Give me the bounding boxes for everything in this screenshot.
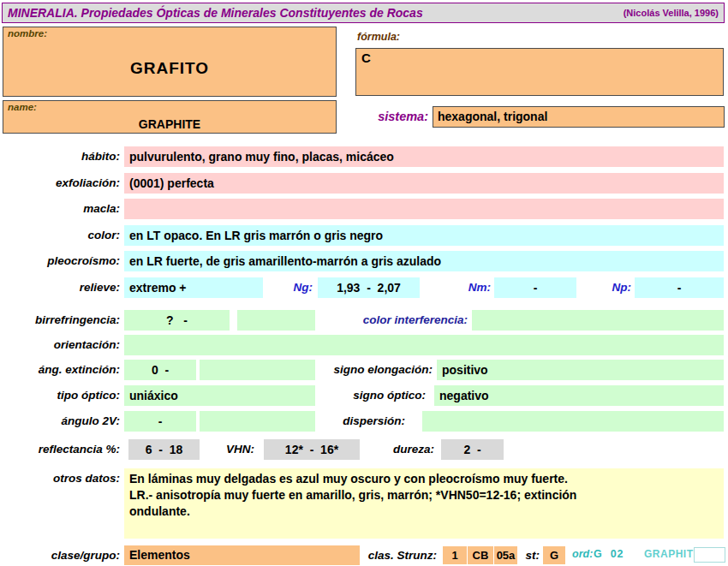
nombre-label: nombre: bbox=[8, 28, 47, 39]
macla-label: macla: bbox=[0, 199, 120, 219]
name-box: name: GRAPHITE bbox=[3, 100, 337, 134]
formula-field[interactable]: C bbox=[356, 49, 723, 67]
ng-field[interactable]: 1,93 - 2,07 bbox=[318, 277, 420, 298]
birrefringencia-label: birrefringencia: bbox=[0, 310, 120, 331]
tipo-optico-field[interactable]: uniáxico bbox=[124, 385, 315, 406]
color-field[interactable]: en LT opaco. En LR gris marrón o gris ne… bbox=[124, 225, 724, 246]
nombre-box: nombre: GRAFITO bbox=[3, 27, 337, 97]
name-label: name: bbox=[8, 102, 37, 112]
relieve-label: relieve: bbox=[0, 277, 120, 298]
tipo-optico-label: tipo óptico: bbox=[0, 385, 120, 406]
habito-field[interactable]: pulvurulento, grano muy fino, placas, mi… bbox=[124, 146, 724, 167]
ord-label: ord: bbox=[572, 548, 593, 560]
ng-label: Ng: bbox=[244, 277, 313, 298]
clas-strunz-label: clas. Strunz: bbox=[325, 545, 437, 565]
ang-extincion-field-1[interactable]: 0 - bbox=[124, 360, 196, 380]
birrefringencia-field-1[interactable]: ? - bbox=[124, 310, 230, 331]
sistema-field[interactable]: hexagonal, trigonal bbox=[433, 107, 724, 127]
angulo-2v-label: ángulo 2V: bbox=[0, 411, 120, 432]
habito-label: hábito: bbox=[0, 146, 120, 167]
np-label: Np: bbox=[561, 277, 631, 298]
dispersion-field[interactable] bbox=[422, 411, 724, 432]
reflectancia-field[interactable]: 6 - 18 bbox=[128, 439, 200, 460]
clase-grupo-label: clase/grupo: bbox=[0, 545, 120, 565]
signo-elongacion-field[interactable]: positivo bbox=[437, 360, 724, 380]
sistema-box[interactable]: hexagonal, trigonal bbox=[433, 106, 725, 128]
mineral-name-en-field[interactable]: GRAPHITE bbox=[3, 101, 336, 140]
reflectancia-label: reflectancia %: bbox=[0, 439, 120, 460]
color-interferencia-field[interactable] bbox=[472, 310, 724, 331]
mineral-ref-link[interactable]: GRAPHITE bbox=[644, 548, 701, 560]
nm-label: Nm: bbox=[420, 277, 491, 298]
macla-field[interactable] bbox=[124, 199, 724, 219]
title-bar: MINERALIA. Propiedades Ópticas de Minera… bbox=[2, 3, 725, 23]
np-field[interactable]: - bbox=[635, 277, 724, 298]
formula-box[interactable]: C bbox=[355, 48, 724, 96]
pleocroismo-label: pleocroísmo: bbox=[0, 251, 120, 271]
pleocroismo-field[interactable]: en LR fuerte, de gris amarillento-marrón… bbox=[124, 251, 724, 271]
sistema-label: sistema: bbox=[308, 110, 428, 123]
signo-optico-field[interactable]: negativo bbox=[434, 385, 724, 406]
birrefringencia-field-2[interactable] bbox=[237, 310, 315, 331]
ang-extincion-label: áng. extinción: bbox=[0, 360, 120, 380]
otros-datos-field[interactable]: En láminas muy delgadas es azul muy oscu… bbox=[124, 468, 724, 539]
exfoliacion-label: exfoliación: bbox=[0, 173, 120, 194]
mineral-name-field[interactable]: GRAFITO bbox=[3, 27, 336, 103]
app-title: MINERALIA. Propiedades Ópticas de Minera… bbox=[8, 6, 423, 20]
otros-datos-label: otros datos: bbox=[0, 468, 120, 489]
color-label: color: bbox=[0, 225, 120, 246]
relieve-field[interactable]: extremo + bbox=[124, 277, 263, 298]
dureza-field[interactable]: 2 - bbox=[441, 439, 504, 460]
orientacion-label: orientación: bbox=[0, 335, 120, 355]
signo-elongacion-label: signo elongación: bbox=[295, 360, 433, 380]
ref-input-box[interactable] bbox=[694, 547, 725, 563]
ord-value: G 02 bbox=[594, 548, 624, 560]
orientacion-field[interactable] bbox=[124, 335, 724, 355]
color-interferencia-label: color interferencia: bbox=[331, 310, 468, 331]
dureza-label: dureza: bbox=[366, 439, 434, 460]
strunz-field-2[interactable]: CB bbox=[468, 546, 493, 564]
dispersion-label: dispersión: bbox=[268, 411, 405, 432]
angulo-2v-field-1[interactable]: - bbox=[124, 411, 196, 432]
st-label: st: bbox=[492, 545, 540, 565]
clase-grupo-field[interactable]: Elementos bbox=[124, 545, 360, 565]
author-credit: (Nicolás Velilla, 1996) bbox=[624, 8, 719, 18]
mineralia-record-window: MINERALIA. Propiedades Ópticas de Minera… bbox=[0, 0, 728, 566]
st-field[interactable]: G bbox=[543, 546, 565, 564]
signo-optico-label: signo óptico: bbox=[289, 385, 426, 406]
strunz-field-1[interactable]: 1 bbox=[443, 546, 467, 564]
vhn-label: VHN: bbox=[203, 439, 254, 460]
vhn-field[interactable]: 12* - 16* bbox=[264, 439, 360, 460]
formula-label: fórmula: bbox=[357, 31, 400, 43]
exfoliacion-field[interactable]: (0001) perfecta bbox=[124, 173, 724, 194]
